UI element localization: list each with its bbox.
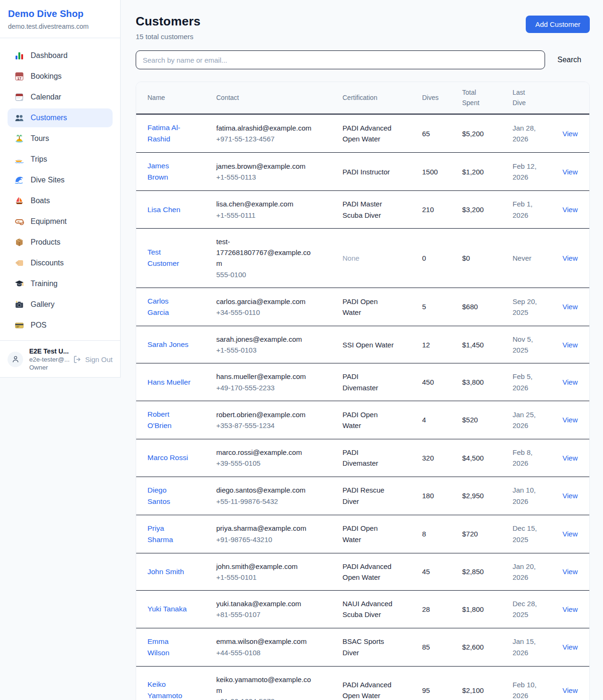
customer-name-link[interactable]: Emma Wilson (147, 636, 191, 659)
customer-name-link[interactable]: Lisa Chen (147, 204, 180, 215)
view-customer-link[interactable]: View (562, 341, 578, 349)
customer-name-link[interactable]: Priya Sharma (147, 523, 191, 545)
view-customer-link[interactable]: View (562, 492, 578, 500)
customer-total-spent-cell: $2,600 (455, 628, 505, 666)
customer-name-link[interactable]: Diego Santos (147, 485, 191, 507)
customer-total-spent-cell: $2,850 (455, 553, 505, 591)
sidebar-item-dive-sites[interactable]: Dive Sites (8, 171, 113, 189)
view-customer-link[interactable]: View (562, 454, 578, 462)
table-row: Priya Sharmapriya.sharma@example.com+91-… (136, 515, 589, 553)
customer-name-cell: Keiko Yamamoto (136, 666, 209, 700)
customer-actions-cell: View (555, 153, 589, 191)
customer-dives-cell: 8 (415, 515, 455, 553)
customer-actions-cell: View (555, 401, 589, 439)
shop-name: Demo Dive Shop (8, 8, 112, 19)
page-header: Customers 15 total customers Add Custome… (136, 14, 590, 41)
sidebar-item-training[interactable]: Training (8, 274, 113, 293)
table-row: Sarah Jonessarah.jones@example.com+1-555… (136, 326, 589, 363)
customer-email: keiko.yamamoto@example.com (216, 674, 316, 696)
sidebar-item-bookings[interactable]: 17 Bookings (8, 67, 113, 86)
graduation-cap-icon (15, 279, 24, 288)
table-row: John Smithjohn.smith@example.com+1-555-0… (136, 553, 589, 591)
customer-dives-cell: 95 (415, 666, 455, 700)
customer-name-link[interactable]: James Brown (147, 160, 191, 183)
customer-actions-cell: View (555, 591, 589, 628)
customer-name-cell: John Smith (136, 553, 209, 591)
customer-actions-cell: View (555, 114, 589, 153)
view-customer-link[interactable]: View (562, 605, 578, 613)
view-customer-link[interactable]: View (562, 206, 578, 214)
sidebar-item-tours[interactable]: Tours (8, 129, 113, 148)
customer-phone: 555-0100 (216, 269, 327, 280)
sidebar-item-calendar[interactable]: Calendar (8, 88, 113, 107)
customer-contact-cell: lisa.chen@example.com+1-555-0111 (209, 191, 335, 229)
customers-table: Name Contact Certification Dives Total S… (136, 82, 589, 700)
customer-dives-cell: 0 (415, 228, 455, 288)
customer-total-spent-cell: $1,200 (455, 153, 505, 191)
customer-certification-cell: PADI Open Water (335, 288, 415, 326)
customer-contact-cell: diego.santos@example.com+55-11-99876-543… (209, 477, 335, 515)
customer-certification: PADI Open Water (342, 296, 395, 318)
customer-last-dive-cell: Jan 20, 2026 (505, 553, 555, 591)
customer-actions-cell: View (555, 191, 589, 229)
customer-name-cell: Diego Santos (136, 477, 209, 515)
customer-name-link[interactable]: Keiko Yamamoto (147, 679, 191, 700)
sidebar-item-equipment[interactable]: Equipment (8, 212, 113, 231)
sidebar-item-boats[interactable]: Boats (8, 191, 113, 210)
sidebar-item-dashboard[interactable]: Dashboard (8, 46, 113, 65)
customer-name-link[interactable]: John Smith (147, 566, 184, 577)
sign-out-button[interactable]: Sign Out (73, 355, 113, 364)
user-meta: E2E Test U... e2e-tester@... Owner (29, 347, 67, 371)
customer-dives-cell: 12 (415, 326, 455, 363)
customer-name-link[interactable]: Fatima Al-Rashid (147, 122, 191, 145)
customer-name-link[interactable]: Marco Rossi (147, 452, 188, 463)
table-row: James Brownjames.brown@example.com+1-555… (136, 153, 589, 191)
view-customer-link[interactable]: View (562, 416, 578, 424)
sign-out-icon (73, 355, 82, 364)
sidebar-item-gallery[interactable]: Gallery (8, 295, 113, 314)
sidebar-item-trips[interactable]: Trips (8, 150, 113, 169)
view-customer-link[interactable]: View (562, 168, 578, 176)
customers-table-body: Fatima Al-Rashidfatima.alrashid@example.… (136, 114, 589, 700)
customer-name-cell: Carlos Garcia (136, 288, 209, 326)
customer-name-link[interactable]: Test Customer (147, 247, 191, 269)
customer-email: priya.sharma@example.com (216, 523, 316, 534)
column-header-contact: Contact (209, 82, 335, 114)
view-customer-link[interactable]: View (562, 303, 578, 311)
sidebar-item-label: Discounts (31, 259, 64, 267)
customer-name-cell: James Brown (136, 153, 209, 191)
customer-name-link[interactable]: Carlos Garcia (147, 296, 191, 318)
customer-last-dive-cell: Nov 5, 2025 (505, 326, 555, 363)
add-customer-button[interactable]: Add Customer (526, 16, 590, 33)
view-customer-link[interactable]: View (562, 530, 578, 538)
customer-name-link[interactable]: Yuki Tanaka (147, 603, 187, 615)
view-customer-link[interactable]: View (562, 254, 578, 262)
customer-email: hans.mueller@example.com (216, 371, 316, 382)
view-customer-link[interactable]: View (562, 686, 578, 694)
sidebar-item-discounts[interactable]: Discounts (8, 254, 113, 272)
sidebar-item-products[interactable]: Products (8, 233, 113, 252)
view-customer-link[interactable]: View (562, 643, 578, 651)
customer-certification: PADI Advanced Open Water (342, 679, 395, 700)
sidebar-item-customers[interactable]: Customers (8, 108, 113, 127)
customer-email: sarah.jones@example.com (216, 334, 316, 345)
customer-contact-cell: sarah.jones@example.com+1-555-0103 (209, 326, 335, 363)
customer-name-link[interactable]: Robert O'Brien (147, 409, 191, 431)
customer-name-cell: Hans Mueller (136, 363, 209, 401)
customer-last-dive-cell: Feb 5, 2026 (505, 363, 555, 401)
customers-table-card: Name Contact Certification Dives Total S… (136, 82, 590, 700)
customer-phone: +353-87-555-1234 (216, 420, 327, 431)
view-customer-link[interactable]: View (562, 568, 578, 576)
customer-name-link[interactable]: Sarah Jones (147, 339, 188, 350)
customer-certification-cell: PADI Rescue Diver (335, 477, 415, 515)
customer-dives-cell: 180 (415, 477, 455, 515)
view-customer-link[interactable]: View (562, 378, 578, 386)
view-customer-link[interactable]: View (562, 130, 578, 138)
credit-card-icon (15, 321, 24, 330)
search-button[interactable]: Search (557, 56, 581, 64)
sidebar-item-pos[interactable]: POS (8, 316, 113, 335)
customer-dives-cell: 5 (415, 288, 455, 326)
customer-certification-cell: PADI Open Water (335, 401, 415, 439)
customer-name-link[interactable]: Hans Mueller (147, 377, 190, 388)
search-input[interactable] (136, 50, 545, 69)
